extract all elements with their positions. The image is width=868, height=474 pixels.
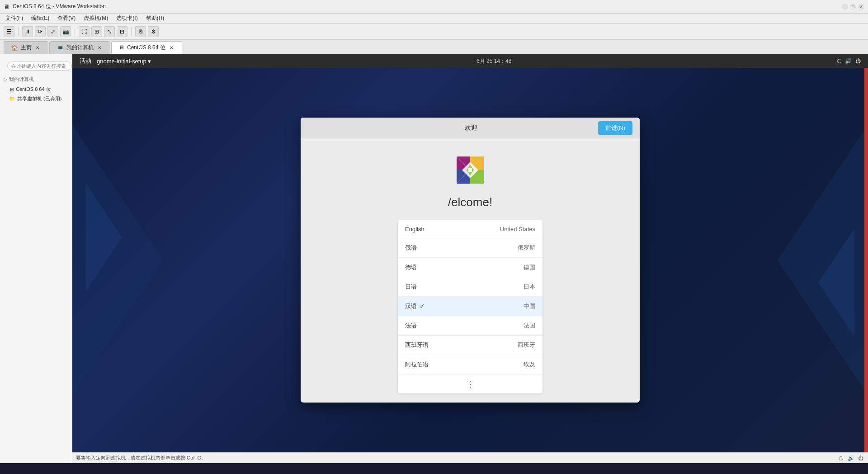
lang-item-chinese[interactable]: 汉语 ✓ 中国 — [398, 297, 542, 316]
lang-name-english: English — [405, 226, 425, 232]
status-hint: 要将输入定向到虚拟机，请在虚拟机内部单击或按 Ctrl+G。 — [76, 455, 206, 461]
minimize-button[interactable]: ─ — [842, 4, 848, 10]
vm-desktop[interactable]: 欢迎 前进(N) — [72, 68, 868, 452]
close-button[interactable]: ✕ — [858, 4, 864, 10]
activities-button[interactable]: 活动 — [80, 57, 91, 65]
lang-region-arabic: 埃及 — [524, 360, 535, 369]
lang-name-japanese: 日语 — [405, 283, 417, 291]
next-button[interactable]: 前进(N) — [598, 121, 632, 135]
menu-edit[interactable]: 编辑(E) — [28, 14, 53, 23]
tab-home-label: 主页 — [21, 44, 32, 52]
shared-vm-icon: 📁 — [9, 96, 15, 102]
app-icon: 🖥 — [4, 3, 10, 10]
centos-logo — [452, 152, 488, 188]
checkmark-icon: ✓ — [420, 303, 425, 310]
lang-item-spanish[interactable]: 西班牙语 西班牙 — [398, 336, 542, 355]
status-power-icon[interactable]: ⏻ — [857, 455, 864, 462]
pause-button[interactable]: ⤢ — [47, 26, 58, 37]
home-button[interactable]: ⟳ — [35, 26, 46, 37]
search-input[interactable] — [7, 62, 72, 71]
dialog-body: /elcome! English United States 俄语 — [301, 138, 640, 403]
status-volume-icon[interactable]: 🔊 — [847, 455, 854, 462]
menu-vm[interactable]: 虚拟机(M) — [80, 14, 112, 23]
vm-scrollbar[interactable] — [864, 68, 868, 452]
welcome-dialog: 欢迎 前进(N) — [301, 118, 640, 403]
dialog-title: 欢迎 — [344, 124, 598, 132]
sidebar-section-label: 我的计算机 — [9, 76, 34, 83]
lang-region-russian: 俄罗斯 — [518, 244, 535, 252]
lang-region-japanese: 日本 — [524, 283, 535, 291]
send-ctrlaltdel-button[interactable]: ⎘ — [135, 26, 146, 37]
app-name-label[interactable]: gnome-initial-setup ▾ — [97, 58, 151, 65]
sidebar-section-my-computer[interactable]: ▷ 我的计算机 — [0, 74, 72, 85]
gnome-left-section: 活动 gnome-initial-setup ▾ — [80, 57, 151, 65]
lang-region-german: 德国 — [524, 263, 535, 271]
menu-help[interactable]: 帮助(H) — [142, 14, 168, 23]
welcome-text: /elcome! — [448, 195, 492, 209]
tab-home-close[interactable]: ✕ — [34, 45, 41, 51]
volume-icon[interactable]: 🔊 — [845, 58, 852, 64]
window-controls: ─ □ ✕ — [842, 4, 864, 10]
power-button[interactable]: ⏸ — [22, 26, 33, 37]
main-area: ▷ 我的计算机 🖥 CentOS 8 64 位 📁 共享虚拟机 (已弃用) 活动… — [0, 54, 868, 463]
tab-centos[interactable]: 🖥 CentOS 8 64 位 ✕ — [111, 41, 182, 54]
sidebar-toggle-button[interactable]: ☰ — [4, 26, 14, 37]
view-button[interactable]: ⊟ — [117, 26, 127, 37]
status-right-icons: ⬡ 🔊 ⏻ — [837, 455, 864, 462]
unity-button[interactable]: ⊞ — [91, 26, 102, 37]
gnome-clock: 6月 25 14：48 — [476, 57, 511, 65]
lang-region-english: United States — [500, 226, 535, 232]
lang-item-german[interactable]: 德语 德国 — [398, 258, 542, 277]
title-bar: 🖥 CentOS 8 64 位 - VMware Workstation ─ □… — [0, 0, 868, 14]
settings-button[interactable]: ⚙ — [148, 26, 159, 37]
lang-item-english[interactable]: English United States — [398, 220, 542, 238]
vm-area: 活动 gnome-initial-setup ▾ 6月 25 14：48 ⬡ 🔊… — [72, 54, 868, 463]
language-list: English United States 俄语 俄罗斯 — [398, 220, 542, 393]
lang-region-spanish: 西班牙 — [518, 341, 535, 349]
tab-bar: 🏠 主页 ✕ 💻 我的计算机 ✕ 🖥 CentOS 8 64 位 ✕ — [0, 40, 868, 54]
toolbar-separator-1 — [18, 27, 19, 36]
sidebar-item-centos[interactable]: 🖥 CentOS 8 64 位 — [0, 85, 72, 94]
lang-name-french: 法语 — [405, 322, 417, 330]
menu-view[interactable]: 查看(V) — [54, 14, 79, 23]
home-icon: 🏠 — [11, 45, 18, 51]
menu-file[interactable]: 文件(F) — [2, 14, 27, 23]
lang-name-spanish: 西班牙语 — [405, 341, 429, 349]
network-icon[interactable]: ⬡ — [837, 58, 841, 64]
bg-triangle-right-small — [818, 228, 854, 337]
menu-bar: 文件(F) 编辑(E) 查看(V) 虚拟机(M) 选项卡(I) 帮助(H) — [0, 14, 868, 24]
tab-home[interactable]: 🏠 主页 ✕ — [4, 41, 48, 54]
tab-centos-close[interactable]: ✕ — [168, 44, 175, 51]
lang-item-arabic[interactable]: 阿拉伯语 埃及 — [398, 355, 542, 374]
fit-button[interactable]: ⤡ — [104, 26, 115, 37]
sidebar-shared-label: 共享虚拟机 (已弃用) — [17, 95, 61, 102]
more-languages-button[interactable]: ⋮ — [398, 374, 542, 393]
expand-icon: ▷ — [4, 76, 7, 82]
tab-my-computer-close[interactable]: ✕ — [96, 45, 103, 51]
sidebar-centos-label: CentOS 8 64 位 — [16, 86, 51, 93]
tab-my-computer-label: 我的计算机 — [66, 44, 94, 52]
toolbar: ☰ ⏸ ⟳ ⤢ 📷 ⛶ ⊞ ⤡ ⊟ ⎘ ⚙ — [0, 24, 868, 40]
vm-icon: 🖥 — [9, 87, 14, 92]
snapshot-button[interactable]: 📷 — [60, 26, 71, 37]
tab-my-computer[interactable]: 💻 我的计算机 ✕ — [49, 41, 110, 54]
lang-item-french[interactable]: 法语 法国 — [398, 316, 542, 336]
gnome-right-section: ⬡ 🔊 ⏻ — [837, 58, 861, 64]
status-network-icon[interactable]: ⬡ — [837, 455, 844, 462]
fullscreen-button[interactable]: ⛶ — [79, 26, 90, 37]
lang-name-arabic: 阿拉伯语 — [405, 360, 429, 369]
gnome-top-bar: 活动 gnome-initial-setup ▾ 6月 25 14：48 ⬡ 🔊… — [72, 54, 868, 68]
sidebar-item-shared-vms[interactable]: 📁 共享虚拟机 (已弃用) — [0, 94, 72, 104]
lang-item-russian[interactable]: 俄语 俄罗斯 — [398, 238, 542, 258]
lang-region-chinese: 中国 — [524, 302, 535, 310]
window-title: CentOS 8 64 位 - VMware Workstation — [13, 3, 106, 10]
toolbar-separator-3 — [131, 27, 132, 36]
status-bar: 要将输入定向到虚拟机，请在虚拟机内部单击或按 Ctrl+G。 ⬡ 🔊 ⏻ — [72, 452, 868, 463]
toolbar-separator-2 — [75, 27, 75, 36]
lang-item-japanese[interactable]: 日语 日本 — [398, 277, 542, 297]
lang-region-french: 法国 — [524, 322, 535, 330]
menu-tab[interactable]: 选项卡(I) — [113, 14, 141, 23]
svg-rect-10 — [468, 168, 472, 172]
maximize-button[interactable]: □ — [850, 4, 856, 10]
power-icon[interactable]: ⏻ — [855, 58, 861, 64]
